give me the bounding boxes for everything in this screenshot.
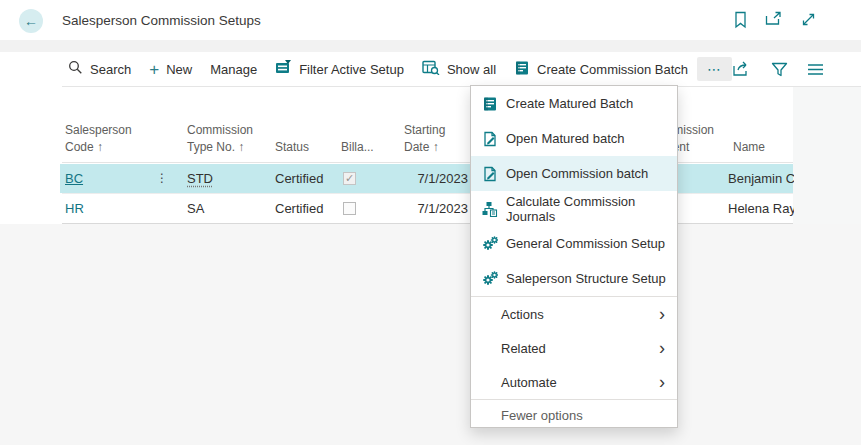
filter-funnel-icon[interactable] <box>771 62 788 77</box>
expand-resize-icon[interactable] <box>800 11 817 29</box>
show-all-button[interactable]: Show all <box>413 55 505 83</box>
cell-status[interactable]: Certified <box>275 194 335 223</box>
menu-item-label: Create Matured Batch <box>506 96 633 111</box>
manage-label: Manage <box>210 62 257 77</box>
new-button[interactable]: + New <box>140 56 201 83</box>
toolbar-divider <box>62 86 861 87</box>
grid-header-border <box>62 162 793 163</box>
salesperson-commission-setups-page: ← Salesperson Commission Setups Search +… <box>0 0 861 445</box>
cell-commission-type[interactable]: SA <box>187 194 267 223</box>
more-options-dropdown-menu: Create Matured Batch Open Matured batch … <box>470 85 678 428</box>
salesperson-code-link[interactable]: BC <box>65 171 83 186</box>
menu-item-label: Open Matured batch <box>506 131 625 146</box>
table-row[interactable]: BC ⋮ STD Certified 7/1/2023 Benjamin Chi… <box>60 164 793 193</box>
menu-item-actions[interactable]: Actions › <box>471 297 677 331</box>
new-label: New <box>166 62 192 77</box>
manage-button[interactable]: Manage <box>201 57 266 82</box>
billable-checkbox[interactable] <box>343 202 356 215</box>
cell-status[interactable]: Certified <box>275 164 335 193</box>
document-edit-icon <box>482 166 498 182</box>
chevron-right-icon: › <box>659 305 665 323</box>
menu-item-general-commission-setup[interactable]: General Commission Setup <box>471 226 677 261</box>
more-options-button[interactable]: ⋯ <box>697 57 732 81</box>
row-context-menu-icon[interactable]: ⋮ <box>155 164 169 193</box>
menu-item-label: Saleperson Structure Setup <box>506 271 666 286</box>
batch-icon <box>514 60 530 79</box>
page-title: Salesperson Commission Setups <box>62 13 261 28</box>
filter-setup-icon <box>275 60 292 78</box>
bookmark-icon[interactable] <box>733 11 748 29</box>
filter-active-setup-label: Filter Active Setup <box>299 62 404 77</box>
back-arrow-icon: ← <box>24 13 38 29</box>
cell-billable <box>343 194 383 223</box>
menu-item-automate[interactable]: Automate › <box>471 365 677 399</box>
header-separator-band <box>0 40 861 52</box>
cell-starting-date[interactable]: 7/1/2023 <box>404 164 468 193</box>
cell-billable <box>343 164 383 193</box>
cell-name[interactable]: Helena Ray <box>728 194 794 223</box>
list-options-icon[interactable] <box>807 63 824 76</box>
menu-item-create-matured-batch[interactable]: Create Matured Batch <box>471 86 677 121</box>
chevron-right-icon: › <box>659 373 665 391</box>
hierarchy-icon <box>482 201 498 217</box>
open-in-new-window-icon[interactable] <box>765 11 783 29</box>
plus-icon: + <box>149 61 159 78</box>
search-label: Search <box>90 62 131 77</box>
share-icon[interactable] <box>732 61 752 77</box>
title-bar: ← Salesperson Commission Setups <box>0 0 861 40</box>
gears-icon <box>482 236 498 252</box>
column-header-salesperson-code[interactable]: Salesperson Code ↑ <box>65 122 149 156</box>
column-header-status[interactable]: Status <box>275 139 335 156</box>
chevron-right-icon: › <box>659 339 665 357</box>
billable-checkbox[interactable] <box>343 172 356 185</box>
show-all-label: Show all <box>447 62 496 77</box>
menu-item-open-matured-batch[interactable]: Open Matured batch <box>471 121 677 156</box>
search-icon <box>68 60 83 78</box>
action-toolbar: Search + New Manage Filter Active Setup … <box>0 52 861 86</box>
document-edit-icon <box>482 131 498 147</box>
menu-item-fewer-options[interactable]: Fewer options <box>471 400 677 431</box>
gears-icon <box>482 271 498 287</box>
cell-salesperson-code: HR <box>65 194 145 223</box>
menu-item-label: General Commission Setup <box>506 236 665 251</box>
grid-bottom-border <box>62 223 793 224</box>
cell-commission-type[interactable]: STD <box>187 164 267 193</box>
cell-starting-date[interactable]: 7/1/2023 <box>404 194 468 223</box>
cell-salesperson-code: BC <box>65 164 145 193</box>
create-commission-batch-label: Create Commission Batch <box>537 62 688 77</box>
show-all-icon <box>422 60 440 78</box>
menu-item-label: Fewer options <box>501 408 583 423</box>
menu-item-saleperson-structure-setup[interactable]: Saleperson Structure Setup <box>471 261 677 296</box>
menu-item-label: Related <box>501 341 546 356</box>
create-commission-batch-button[interactable]: Create Commission Batch <box>505 55 697 84</box>
menu-item-label: Automate <box>501 375 557 390</box>
salesperson-code-link[interactable]: HR <box>65 201 84 216</box>
menu-item-label: Open Commission batch <box>506 166 648 181</box>
column-header-commission-type[interactable]: Commission Type No. ↑ <box>187 122 275 156</box>
menu-item-label: Actions <box>501 307 544 322</box>
menu-item-calculate-commission-journals[interactable]: Calculate Commission Journals <box>471 191 677 226</box>
menu-item-label: Calculate Commission Journals <box>506 194 677 224</box>
table-row[interactable]: HR SA Certified 7/1/2023 Helena Ray <box>60 194 793 223</box>
page-background-bottom <box>0 224 861 445</box>
batch-icon <box>482 96 498 112</box>
column-header-billable[interactable]: Billa... <box>341 139 391 156</box>
column-header-name[interactable]: Name <box>733 139 793 156</box>
cell-name[interactable]: Benjamin Chiu <box>728 164 794 193</box>
back-button[interactable]: ← <box>19 9 43 33</box>
menu-item-related[interactable]: Related › <box>471 331 677 365</box>
search-button[interactable]: Search <box>59 55 140 83</box>
column-header-starting-date[interactable]: Starting Date ↑ <box>404 122 462 156</box>
filter-active-setup-button[interactable]: Filter Active Setup <box>266 55 413 83</box>
menu-item-open-commission-batch[interactable]: Open Commission batch <box>471 156 677 191</box>
grid-header-row: Salesperson Code ↑ Commission Type No. ↑… <box>0 100 861 162</box>
